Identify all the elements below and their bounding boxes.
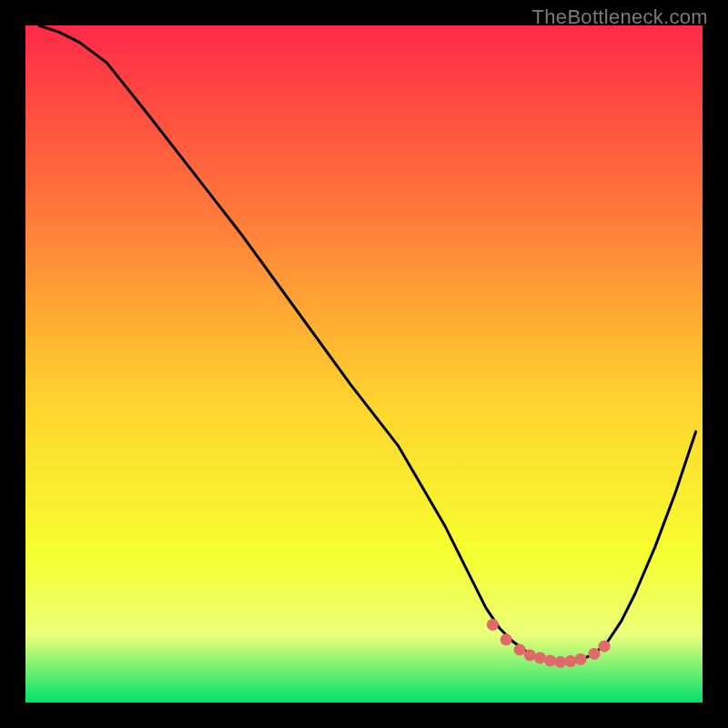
plot-area — [25, 25, 703, 703]
trough-marker — [554, 656, 566, 668]
trough-marker — [524, 649, 536, 661]
trough-marker — [514, 644, 526, 656]
trough-marker — [534, 652, 546, 663]
trough-marker — [589, 648, 601, 660]
trough-marker — [599, 641, 611, 652]
gradient-background — [25, 25, 703, 703]
trough-marker — [544, 654, 556, 666]
trough-marker — [487, 619, 499, 631]
trough-marker — [564, 655, 576, 667]
plot-svg — [25, 25, 703, 703]
trough-marker — [575, 653, 587, 665]
trough-marker — [500, 633, 512, 645]
chart-frame: TheBottleneck.com — [0, 0, 728, 728]
